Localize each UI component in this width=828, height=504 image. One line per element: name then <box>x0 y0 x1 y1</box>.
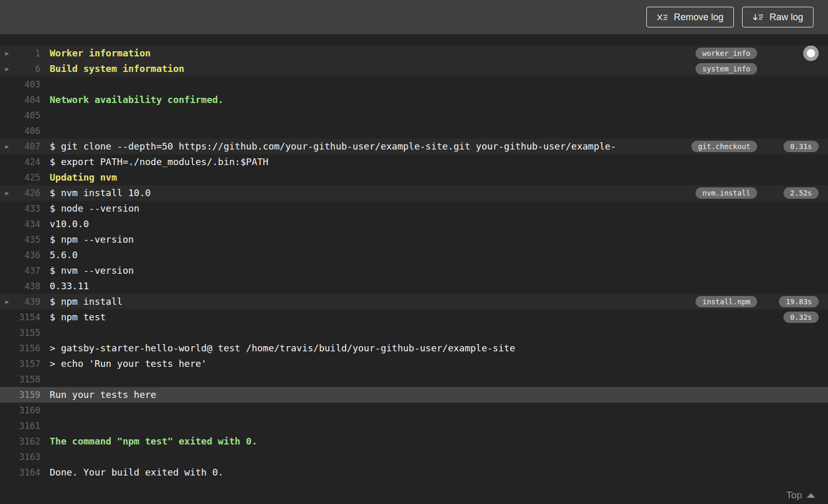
log-row: 437 $ nvm --version <box>0 263 828 278</box>
line-number-link[interactable]: 434 <box>16 216 40 232</box>
fold-tag-badge: git.checkout <box>691 141 757 152</box>
fold-toggle-icon[interactable]: ▶ <box>0 139 16 154</box>
fold-tag-badge: install.npm <box>696 296 757 307</box>
log-toolbar: Remove log Raw log <box>0 0 828 34</box>
line-number-link[interactable]: 425 <box>16 170 40 185</box>
fold-tag-badge: nvm.install <box>696 187 757 199</box>
log-row: 405 <box>0 108 828 123</box>
raw-log-button[interactable]: Raw log <box>742 7 814 27</box>
log-row: 404 Network availability confirmed. <box>0 92 828 108</box>
log-row: 436 5.6.0 <box>0 247 828 263</box>
log-line-text: > echo 'Run your tests here' <box>50 356 828 372</box>
remove-log-icon <box>657 13 668 22</box>
log-row: 438 0.33.11 <box>0 278 828 294</box>
line-number-link[interactable]: 424 <box>16 154 40 170</box>
line-number-link[interactable]: 1 <box>16 46 40 61</box>
line-number-link[interactable]: 433 <box>16 201 40 216</box>
log-line-text: v10.0.0 <box>50 216 828 232</box>
line-number-link[interactable]: 3162 <box>16 434 40 449</box>
log-line-text: $ export PATH=./node_modules/.bin:$PATH <box>50 154 828 170</box>
line-number-link[interactable]: 404 <box>16 92 40 108</box>
build-log-page: Remove log Raw log ▶ 1 Worker informatio… <box>0 0 828 504</box>
line-number-link[interactable]: 3161 <box>16 418 40 434</box>
line-number-link[interactable]: 3164 <box>16 465 40 480</box>
log-row: ▶ 407 $ git clone --depth=50 https://git… <box>0 139 828 154</box>
line-number-link[interactable]: 3160 <box>16 403 40 418</box>
log-row: 434 v10.0.0 <box>0 216 828 232</box>
line-number-link[interactable]: 403 <box>16 77 40 92</box>
line-number-link[interactable]: 3154 <box>16 309 40 325</box>
log-viewer: ▶ 1 Worker information worker_info ▶ 6 B… <box>0 34 828 504</box>
line-number-link[interactable]: 436 <box>16 247 40 263</box>
log-line-text: Network availability confirmed. <box>50 92 828 108</box>
fold-tag-badge: worker_info <box>696 48 757 59</box>
log-line-text: $ npm --version <box>50 232 828 247</box>
scroll-to-top-link[interactable]: Top <box>786 490 815 501</box>
fold-toggle-icon[interactable]: ▶ <box>0 294 16 309</box>
raw-log-label: Raw log <box>770 12 803 23</box>
scrollbar-thumb-dot <box>807 49 815 57</box>
line-number-link[interactable]: 3156 <box>16 340 40 356</box>
line-number-link[interactable]: 426 <box>16 185 40 201</box>
log-row: 3160 <box>0 403 828 418</box>
fold-toggle-icon[interactable]: ▶ <box>0 61 16 77</box>
log-row: ▶ 426 $ nvm install 10.0 nvm.install 2.5… <box>0 185 828 201</box>
line-number-link[interactable]: 3157 <box>16 356 40 372</box>
log-row: ▶ 439 $ npm install install.npm 19.83s <box>0 294 828 309</box>
log-line-text: Done. Your build exited with 0. <box>50 465 828 480</box>
log-row: 3157 > echo 'Run your tests here' <box>0 356 828 372</box>
log-line-text: Run your tests here <box>50 387 828 403</box>
fold-tag-badge: system_info <box>696 63 757 75</box>
log-row: 403 <box>0 77 828 92</box>
line-number-link[interactable]: 405 <box>16 108 40 123</box>
log-row: 424 $ export PATH=./node_modules/.bin:$P… <box>0 154 828 170</box>
fold-toggle-icon[interactable]: ▶ <box>0 46 16 61</box>
log-line-text: $ nvm --version <box>50 263 828 278</box>
log-row: 3163 <box>0 449 828 465</box>
top-link-label: Top <box>786 490 802 501</box>
log-row: 3161 <box>0 418 828 434</box>
line-number-link[interactable]: 3159 <box>16 387 40 403</box>
log-row: 3156 > gatsby-starter-hello-world@ test … <box>0 340 828 356</box>
chevron-up-icon <box>807 493 815 498</box>
line-number-link[interactable]: 406 <box>16 123 40 139</box>
log-row: 435 $ npm --version <box>0 232 828 247</box>
log-row: ▶ 6 Build system information system_info <box>0 61 828 77</box>
log-row: 3159 Run your tests here <box>0 387 828 403</box>
duration-badge: 0.31s <box>783 141 819 152</box>
duration-badge: 0.32s <box>783 312 819 323</box>
log-row: 425 Updating nvm <box>0 170 828 185</box>
line-number-link[interactable]: 435 <box>16 232 40 247</box>
line-number-link[interactable]: 439 <box>16 294 40 309</box>
log-lines-container: ▶ 1 Worker information worker_info ▶ 6 B… <box>0 46 828 480</box>
remove-log-button[interactable]: Remove log <box>646 7 734 27</box>
line-number-link[interactable]: 407 <box>16 139 40 154</box>
log-row: 3155 <box>0 325 828 340</box>
log-line-text: 5.6.0 <box>50 247 828 263</box>
line-number-link[interactable]: 6 <box>16 61 40 77</box>
log-row: 3154 $ npm test 0.32s <box>0 309 828 325</box>
log-line-text: > gatsby-starter-hello-world@ test /home… <box>50 340 828 356</box>
log-row: 406 <box>0 123 828 139</box>
log-line-text: 0.33.11 <box>50 278 828 294</box>
raw-log-icon <box>752 13 764 22</box>
log-row: 433 $ node --version <box>0 201 828 216</box>
scrollbar-thumb[interactable] <box>803 46 819 61</box>
line-number-link[interactable]: 3155 <box>16 325 40 340</box>
duration-badge: 19.83s <box>779 296 819 307</box>
log-line-text: $ npm test <box>50 309 828 325</box>
log-line-text: The command "npm test" exited with 0. <box>50 434 828 449</box>
fold-toggle-icon[interactable]: ▶ <box>0 185 16 201</box>
log-line-text: $ node --version <box>50 201 828 216</box>
log-row: 3158 <box>0 372 828 387</box>
duration-badge: 2.52s <box>783 187 819 199</box>
line-number-link[interactable]: 437 <box>16 263 40 278</box>
remove-log-label: Remove log <box>674 12 723 23</box>
line-number-link[interactable]: 3163 <box>16 449 40 465</box>
line-number-link[interactable]: 438 <box>16 278 40 294</box>
log-row: 3162 The command "npm test" exited with … <box>0 434 828 449</box>
line-number-link[interactable]: 3158 <box>16 372 40 387</box>
log-row: ▶ 1 Worker information worker_info <box>0 46 828 61</box>
log-row: 3164 Done. Your build exited with 0. <box>0 465 828 480</box>
log-line-text: Updating nvm <box>50 170 828 185</box>
